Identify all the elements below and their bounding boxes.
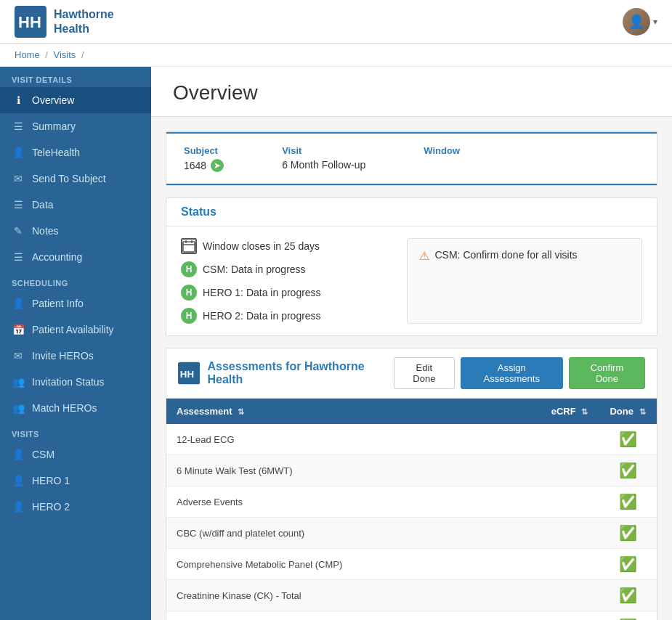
info-card: Subject 1648 ➤ Visit 6 Month Follow-up	[166, 131, 657, 186]
assessment-name: 12-Lead ECG	[166, 424, 541, 455]
col-done[interactable]: Done ⇅	[599, 399, 657, 424]
col-ecrf[interactable]: eCRF ⇅	[541, 399, 599, 424]
sidebar-item-csm[interactable]: 👤 CSM	[0, 441, 151, 468]
page-header: Overview	[151, 67, 672, 117]
sidebar-item-overview[interactable]: ℹ Overview	[0, 87, 151, 113]
section-visits: VISITS	[0, 421, 151, 441]
done-cell: ✅	[599, 486, 657, 518]
user-dropdown[interactable]: 👤 ▾	[623, 8, 657, 36]
calendar-icon	[181, 238, 197, 254]
section-visit-details: VISIT DETAILS	[0, 67, 151, 87]
table-header: Assessment ⇅ eCRF ⇅ Done ⇅	[166, 399, 657, 424]
breadcrumb-visits[interactable]: Visits	[54, 49, 76, 60]
notes-icon: ✎	[12, 225, 25, 237]
hero2-icon: 👤	[12, 501, 25, 513]
csm-icon: 👤	[12, 449, 25, 460]
ecrf-cell	[541, 455, 599, 486]
assessment-name: CBC (w/diff and platelet count)	[166, 518, 541, 549]
sidebar-item-patient-availability[interactable]: 📅 Patient Availability	[0, 317, 151, 343]
status-left: Window closes in 25 days H CSM: Data in …	[181, 238, 392, 324]
sidebar-item-summary[interactable]: ☰ Summary	[0, 113, 151, 139]
sidebar-item-match-heros[interactable]: 👥 Match HEROs	[0, 395, 151, 421]
done-check-icon: ✅	[619, 524, 637, 542]
hero1-icon: 👤	[12, 475, 25, 486]
sort-ecrf-icon: ⇅	[581, 407, 588, 416]
status-right: ⚠ CSM: Confirm done for all visits	[407, 238, 643, 324]
status-header: Status	[166, 198, 657, 227]
assessments-title: Assessments for Hawthorne Health	[207, 360, 394, 386]
breadcrumb-home[interactable]: Home	[15, 49, 40, 60]
status-card-body: Window closes in 25 days H CSM: Data in …	[166, 227, 657, 335]
assessments-card: HH Assessments for Hawthorne Health Edit…	[166, 348, 657, 620]
done-cell: ✅	[599, 580, 657, 611]
assessments-actions: Edit Done Assign Assessments Confirm Don…	[394, 357, 645, 389]
svg-text:HH: HH	[180, 369, 194, 380]
top-header: HH Hawthorne Health 👤 ▾	[0, 0, 672, 44]
status-window-item: Window closes in 25 days	[181, 238, 392, 254]
ecrf-cell	[541, 424, 599, 455]
svg-rect-2	[183, 242, 195, 252]
ecrf-cell	[541, 580, 599, 611]
patient-info-icon: 👤	[12, 298, 25, 309]
done-check-icon: ✅	[619, 587, 637, 604]
sidebar-item-send-to-subject[interactable]: ✉ Send To Subject	[0, 166, 151, 192]
done-check-icon: ✅	[619, 493, 637, 510]
info-card-body: Subject 1648 ➤ Visit 6 Month Follow-up	[166, 134, 657, 184]
ecrf-cell	[541, 518, 599, 549]
table-row: 6 Minute Walk Test (6MWT) ✅	[166, 455, 657, 486]
table-row: Creatinine Kinase (CK) - Total ✅	[166, 580, 657, 611]
content-area: Subject 1648 ➤ Visit 6 Month Follow-up	[151, 117, 672, 620]
ecrf-cell	[541, 549, 599, 580]
logo-icon: HH	[15, 6, 46, 38]
col-assessment[interactable]: Assessment ⇅	[166, 399, 541, 424]
table-row: 12-Lead ECG ✅	[166, 424, 657, 455]
assessment-name: 6 Minute Walk Test (6MWT)	[166, 455, 541, 486]
done-cell: ✅	[599, 518, 657, 549]
done-check-icon: ✅	[619, 555, 637, 573]
done-cell: ✅	[599, 611, 657, 621]
sidebar-item-invitation-status[interactable]: 👥 Invitation Status	[0, 369, 151, 395]
assessment-name: Comprehensive Metabolic Panel (CMP)	[166, 549, 541, 580]
sidebar-item-hero2[interactable]: 👤 HERO 2	[0, 494, 151, 520]
breadcrumb: Home / Visits /	[0, 44, 672, 67]
sidebar-item-notes[interactable]: ✎ Notes	[0, 218, 151, 244]
table-row: CBC (w/diff and platelet count) ✅	[166, 518, 657, 549]
table-row: Comprehensive Metabolic Panel (CMP) ✅	[166, 549, 657, 580]
sidebar-item-hero1[interactable]: 👤 HERO 1	[0, 468, 151, 494]
edit-done-button[interactable]: Edit Done	[394, 357, 454, 389]
svg-text:HH: HH	[18, 13, 41, 31]
assign-assessments-button[interactable]: Assign Assessments	[461, 357, 563, 389]
sidebar-item-accounting[interactable]: ☰ Accounting	[0, 244, 151, 270]
sidebar-item-patient-info[interactable]: 👤 Patient Info	[0, 290, 151, 317]
accounting-icon: ☰	[12, 251, 25, 263]
avatar[interactable]: 👤	[623, 8, 650, 36]
sidebar-item-telehealth[interactable]: 👤 TeleHealth	[0, 139, 151, 166]
warning-icon: ⚠	[419, 249, 429, 263]
hero2-badge: H	[181, 308, 197, 324]
assessment-table: Assessment ⇅ eCRF ⇅ Done ⇅	[166, 399, 657, 620]
invitation-status-icon: 👥	[12, 376, 25, 388]
sidebar-item-invite-heros[interactable]: ✉ Invite HEROs	[0, 343, 151, 369]
assessment-name: Echocardiography TTE	[166, 611, 541, 621]
send-icon: ✉	[12, 173, 25, 184]
assessments-header: HH Assessments for Hawthorne Health Edit…	[166, 348, 657, 399]
logo-area: HH Hawthorne Health	[15, 6, 114, 38]
main-content: Overview Subject 1648 ➤ Visit	[151, 67, 672, 620]
subject-value: 1648 ➤	[184, 159, 224, 172]
visit-value: 6 Month Follow-up	[282, 159, 365, 171]
assessments-logo: HH	[178, 362, 200, 385]
sidebar-item-data[interactable]: ☰ Data	[0, 192, 151, 218]
done-cell: ✅	[599, 424, 657, 455]
chevron-down-icon: ▾	[653, 17, 657, 27]
layout: VISIT DETAILS ℹ Overview ☰ Summary 👤 Tel…	[0, 67, 672, 620]
confirm-done-button[interactable]: Confirm Done	[569, 357, 645, 389]
sidebar: VISIT DETAILS ℹ Overview ☰ Summary 👤 Tel…	[0, 67, 151, 620]
telehealth-icon: 👤	[12, 147, 25, 158]
subject-action-btn[interactable]: ➤	[211, 159, 224, 172]
assessment-name: Creatinine Kinase (CK) - Total	[166, 580, 541, 611]
ecrf-cell	[541, 611, 599, 621]
app-name: Hawthorne Health	[54, 7, 114, 35]
section-scheduling: SCHEDULING	[0, 270, 151, 290]
done-cell: ✅	[599, 549, 657, 580]
invite-heros-icon: ✉	[12, 350, 25, 362]
